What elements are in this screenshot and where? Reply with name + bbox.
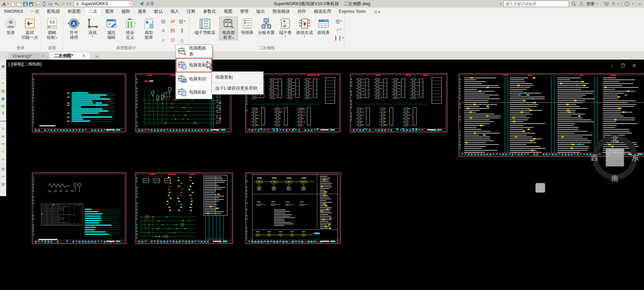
list-edit-icon[interactable]: ▤ xyxy=(0,165,6,173)
delete-wire-icon[interactable]: ✕ xyxy=(0,133,6,140)
terminal-table-button[interactable]: 端子表▾ xyxy=(276,17,295,38)
wire-swap-icon[interactable]: ⇄ xyxy=(169,17,177,25)
tab-默认[interactable]: 默认 xyxy=(151,8,167,15)
cart-icon[interactable] xyxy=(603,1,609,7)
detail-table-button[interactable]: 明细表 xyxy=(238,17,257,35)
board-layout-button[interactable]: 分板布置 xyxy=(257,17,276,35)
tab-Express Tools[interactable]: Express Tools xyxy=(335,8,370,15)
symbol-edit-icon[interactable]: ▤ xyxy=(160,17,167,25)
tab-一次[interactable]: 一次 xyxy=(27,8,43,15)
auto-wire-icon[interactable]: AUTO xyxy=(0,117,6,125)
sheet-6[interactable] xyxy=(32,173,126,244)
sheet-frame-button[interactable]: 图幅绘制 ▾ xyxy=(43,17,61,40)
stat-chart-icon[interactable]: ❙❙▾ xyxy=(335,34,343,42)
app-logo-caret-icon[interactable]: ▾ xyxy=(8,2,9,5)
window-minimize-icon[interactable]: – xyxy=(635,1,641,6)
app-store-icon[interactable]: A xyxy=(611,1,616,6)
ribbon-display-toggle-icon[interactable]: ⊡ ▾ xyxy=(375,10,380,15)
search-expand-icon[interactable]: ▸ xyxy=(500,2,501,5)
select-all-icon[interactable]: All xyxy=(0,156,6,163)
table-find-icon[interactable]: ⌕▾ xyxy=(335,26,343,33)
viewcube-north-label[interactable]: 北 xyxy=(611,135,619,143)
export-icon[interactable] xyxy=(35,1,41,7)
tab-协作[interactable]: 协作 xyxy=(294,8,310,15)
redo-icon[interactable] xyxy=(60,1,66,7)
doc-tab-Drawing1*[interactable]: Drawing1*✕ xyxy=(8,52,49,60)
tab-二次[interactable]: 二次 xyxy=(85,7,102,15)
new-tab-button[interactable]: + xyxy=(93,53,100,60)
tab-注释[interactable]: 注释 xyxy=(183,8,199,15)
tab-视图[interactable]: 视图 xyxy=(220,8,236,15)
tab-管理[interactable]: 管理 xyxy=(236,8,252,15)
menu-circuit-check[interactable]: 电路图检查 xyxy=(176,45,212,58)
tab-柜面图[interactable]: 柜面图 xyxy=(64,8,85,15)
viewport-label[interactable]: [-][俯视][二维线框] xyxy=(8,61,42,67)
mobile-icon[interactable] xyxy=(41,1,47,7)
pin-array-icon[interactable]: 卌 xyxy=(0,102,6,110)
workspace-combobox[interactable]: SuperWORKS ▾ xyxy=(74,1,132,7)
signin-link[interactable]: 登录 xyxy=(586,1,595,7)
wire-nodes-icon[interactable]: ┉ xyxy=(0,79,6,87)
typical-library-button[interactable]: 典型图库 xyxy=(139,17,158,40)
tab-SWORKS[interactable]: SWORKS xyxy=(0,8,27,15)
doc-tab-二次例图*[interactable]: 二次例图*✕ xyxy=(50,52,89,60)
navigation-bar[interactable] xyxy=(535,183,545,193)
app-store-caret-icon[interactable]: ▾ xyxy=(618,2,619,5)
sheet-4[interactable] xyxy=(350,73,447,132)
drawing-area[interactable]: ······▣⬚┉▤◉卌┖AUTO⌗✕TI7✎All▤⤳▨ [-][俯视][二维… xyxy=(0,60,644,290)
save-icon[interactable] xyxy=(22,1,28,7)
tab-插入[interactable]: 插入 xyxy=(167,8,183,15)
doc-edit-icon[interactable]: ▧▾ xyxy=(178,17,186,25)
edit-window-icon[interactable]: ✎ xyxy=(0,148,6,156)
undo-caret-icon[interactable]: ▾ xyxy=(67,2,68,5)
search-icon[interactable] xyxy=(570,1,577,7)
frame-arrow-icon[interactable]: ▤ xyxy=(0,87,6,95)
menu-circuit-cut[interactable]: 电路剪切 xyxy=(176,72,212,86)
help-search-input[interactable] xyxy=(504,1,569,7)
qat-customize-icon[interactable]: ⌄ xyxy=(133,2,135,5)
help-caret-icon[interactable]: ▾ xyxy=(632,2,634,5)
polyline-icon[interactable]: ┖ xyxy=(0,110,6,117)
app-logo-icon[interactable]: A xyxy=(1,1,7,7)
close-tab-icon[interactable]: ✕ xyxy=(82,54,85,58)
panel-label-登录[interactable]: 登录 xyxy=(0,45,41,51)
node-box-icon[interactable]: ⊡ xyxy=(169,36,177,44)
terminal-jump-icon[interactable]: ▥▾ xyxy=(335,17,343,25)
tab-附加模块[interactable]: 附加模块 xyxy=(269,8,294,15)
viewcube-west-label[interactable]: 西 xyxy=(591,153,598,161)
share-button[interactable]: 共享 xyxy=(138,1,154,7)
attribute-edit-button[interactable]: 属性编辑 xyxy=(102,17,121,40)
grid-pins-icon[interactable]: ⌗ xyxy=(0,125,6,133)
redo-caret-icon[interactable]: ▾ xyxy=(70,2,71,5)
sheet-8[interactable] xyxy=(245,173,341,244)
tab-服务[interactable]: 服务 xyxy=(134,8,151,15)
close-tab-icon[interactable]: ✕ xyxy=(42,54,45,58)
tab-精选应用[interactable]: 精选应用 xyxy=(310,8,335,15)
pin-row-icon[interactable]: 卌 xyxy=(169,27,177,34)
signin-caret-icon[interactable]: ▾ xyxy=(597,2,598,5)
viewcube[interactable]: 北 西 东 南 xyxy=(587,130,643,185)
help-icon[interactable] xyxy=(624,1,630,7)
drawing-window-controls[interactable]: – ❐ ✕ xyxy=(611,63,639,68)
tab-辅助[interactable]: 辅助 xyxy=(118,8,134,15)
save-as-icon[interactable] xyxy=(28,1,35,7)
print-icon[interactable] xyxy=(47,1,53,7)
node-edit-icon[interactable]: ⤳ xyxy=(0,173,6,180)
user-icon[interactable] xyxy=(578,1,585,7)
properties-palette-icon[interactable]: ▣ xyxy=(0,62,6,70)
sheet-1[interactable] xyxy=(32,73,126,132)
tab-图库[interactable]: 图库 xyxy=(102,8,118,15)
find-symbol-icon[interactable]: ⌕ xyxy=(160,36,167,44)
tab-参数化[interactable]: 参数化 xyxy=(199,8,220,15)
wiring-table-button[interactable]: 接线表 xyxy=(314,17,333,35)
text-edit-icon[interactable]: A xyxy=(160,27,167,34)
sheet-7[interactable] xyxy=(135,173,233,244)
tab-输出[interactable]: 输出 xyxy=(252,8,269,15)
back-to-legacy-button[interactable]: 返回旧版一次 xyxy=(20,17,40,40)
symbol-call-icon[interactable]: ◉ xyxy=(0,95,6,102)
menu-circuit-paste[interactable]: 电路粘贴 xyxy=(176,86,212,99)
wiring-generate-button[interactable]: 接线生成▾ xyxy=(295,17,314,38)
panel-label-原理图设计[interactable]: 原理图设计 xyxy=(63,45,189,51)
symbol-call-button[interactable]: 符号调用 xyxy=(65,17,83,40)
group-define-button[interactable]: 组合定义 xyxy=(121,17,139,40)
